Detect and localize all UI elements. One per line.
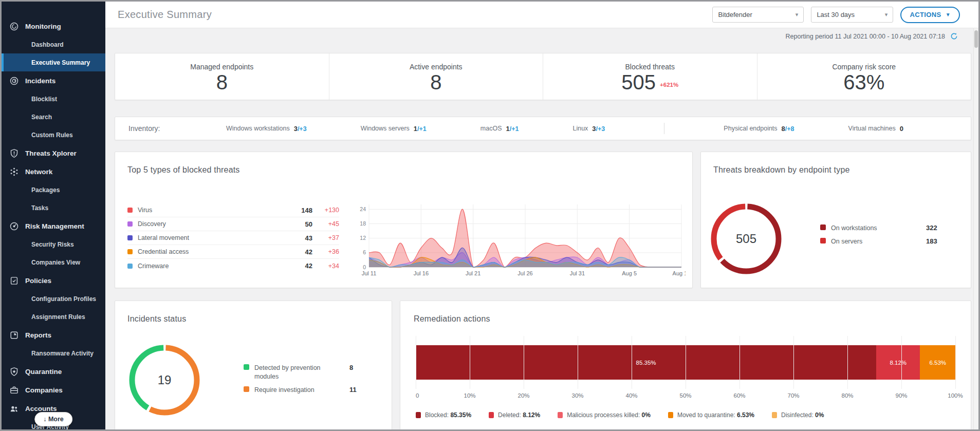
legend-label: On servers [831,237,911,246]
sidebar-item-policies[interactable]: Policies [2,271,105,290]
monitoring-icon [9,21,19,31]
threat-label: Discovery [138,220,291,228]
kpi-blocked-threats: Blocked threats505+621% [543,53,757,100]
sidebar-item-risk-management[interactable]: Risk Management [2,217,105,235]
sidebar-item-ransomware-activity[interactable]: Ransomware Activity [2,344,105,362]
legend-value: 183 [926,237,937,245]
inventory-label: Inventory: [128,124,226,133]
legend-label: Blocked: [425,411,449,419]
card-title: Remediation actions [414,314,490,324]
legend-label: Malicious processes killed: [567,411,640,419]
actions-button[interactable]: ACTIONS ▼ [900,7,960,23]
legend-value: 0% [815,411,824,419]
sidebar-item-threats-xplorer[interactable]: Threats Xplorer [2,144,105,162]
series-swatch [127,208,133,213]
bar-segment-deleted: 8.12% [876,345,920,380]
sidebar-item-packages[interactable]: Packages [2,181,105,199]
gridline [793,336,794,389]
top-threats-card: Top 5 types of blocked threats Virus148+… [115,152,693,288]
sidebar-item-blocklist[interactable]: Blocklist [2,90,105,108]
legend-item-moved-to-quarantine: Moved to quarantine: 6.53% [668,411,754,419]
svg-text:Jul 16: Jul 16 [414,270,429,276]
threat-row-virus: Virus148+130 [127,203,339,217]
sidebar-item-search[interactable]: Search [2,108,105,126]
arrow-down-icon: ↓ [43,416,46,423]
sidebar-item-monitoring[interactable]: Monitoring [2,17,105,35]
sidebar-item-label: Network [25,168,52,176]
axis-tick: 40% [625,392,637,399]
svg-text:12: 12 [360,235,366,241]
sidebar-item-reports[interactable]: Reports [2,326,105,344]
axis-tick: 70% [787,392,799,399]
series-swatch [127,235,133,240]
threat-delta: +34 [312,263,339,270]
chevron-down-icon: ▾ [885,11,888,18]
kpi-label: Active endpoints [410,63,463,71]
threat-count: 50 [291,220,312,228]
axis-tick: 0 [416,392,419,399]
legend-label: Disinfected: [781,411,813,419]
accounts-icon [9,403,19,414]
companies-icon [9,385,19,395]
series-swatch [127,249,133,254]
sidebar-item-executive-summary[interactable]: Executive Summary [2,53,105,71]
legend-item-detected-by-prevention-modules: Detected by prevention modules8 [244,364,357,381]
legend-item-malicious-processes-killed: Malicious processes killed: 0% [558,411,651,419]
legend-item-require-investigation: Require investigation11 [244,386,357,395]
card-title: Threats breakdown by endpoint type [713,165,850,175]
sidebar-item-assignment-rules[interactable]: Assignment Rules [2,308,105,326]
svg-text:Jul 26: Jul 26 [517,270,532,276]
threat-row-credential-access: Credential access42+36 [127,245,339,259]
legend-swatch [416,412,421,418]
sidebar-item-tasks[interactable]: Tasks [2,199,105,217]
company-select[interactable]: Bitdefender ▾ [712,7,804,23]
refresh-icon[interactable] [950,32,958,40]
threat-delta: +45 [312,220,339,228]
remediation-bar-chart: 85.35%8.12%6.53% [416,336,955,389]
sidebar-item-incidents[interactable]: Incidents [2,71,105,90]
inventory-virtual-machines: Virtual machines0 [848,125,903,133]
gridline [901,336,902,389]
gravityzone-app: MonitoringDashboardExecutive SummaryInci… [0,0,980,431]
sidebar-item-custom-rules[interactable]: Custom Rules [2,126,105,144]
sidebar-item-companies-view[interactable]: Companies View [2,253,105,271]
legend-item-on-servers: On servers183 [820,237,937,246]
inventory-macos: macOS1/+1 [480,125,519,133]
kpi-value: 505 [621,72,656,92]
remediation-x-axis: 010%20%30%40%50%60%70%80%90%100% [416,392,955,400]
axis-tick: 10% [464,392,475,399]
scrollbar-thumb[interactable] [974,30,978,48]
legend-swatch [668,412,673,418]
axis-tick: 20% [517,392,529,399]
bar-segment-blocked: 85.35% [416,345,876,380]
legend-value: 8 [349,364,353,371]
sidebar-item-quarantine[interactable]: Quarantine [2,362,105,381]
threats-breakdown-donut: 505 [708,201,784,277]
sidebar-item-dashboard[interactable]: Dashboard [2,35,105,53]
legend-swatch [820,238,826,243]
policies-icon [9,275,19,286]
more-button[interactable]: ↓ More [34,412,72,426]
incidents-icon [9,76,19,86]
remediation-actions-card: Remediation actions 85.35%8.12%6.53% 010… [400,301,971,431]
donut-total: 505 [708,201,784,277]
sidebar-item-security-risks[interactable]: Security Risks [2,235,105,253]
legend-label: Detected by prevention modules [254,364,334,381]
legend-swatch [558,412,563,418]
kpi-company-risk-score: Company risk score63% [757,53,971,100]
period-select[interactable]: Last 30 days ▾ [811,7,893,23]
legend-label: Require investigation [254,386,334,395]
svg-text:0: 0 [363,264,366,270]
sidebar-item-configuration-profiles[interactable]: Configuration Profiles [2,290,105,308]
scrollbar[interactable] [973,28,978,429]
svg-text:6: 6 [363,249,366,255]
series-swatch [127,264,133,269]
sidebar-item-companies[interactable]: Companies [2,381,105,399]
sidebar-item-network[interactable]: Network [2,162,105,181]
svg-text:24: 24 [360,206,366,212]
threat-row-lateral-movement: Lateral movement43+37 [127,231,339,245]
sidebar-item-label: Companies [25,386,63,394]
svg-text:Jul 31: Jul 31 [570,270,585,276]
gridline [470,336,470,389]
incidents-legend: Detected by prevention modules8Require i… [244,364,357,395]
